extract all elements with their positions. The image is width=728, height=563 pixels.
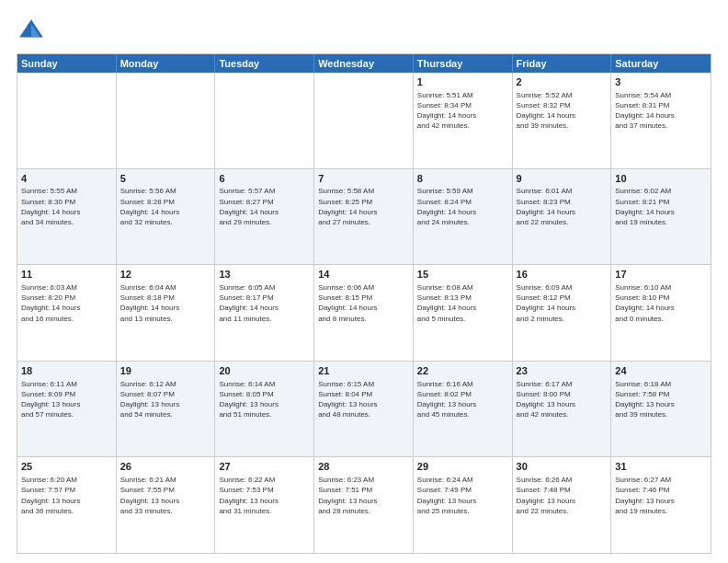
calendar: SundayMondayTuesdayWednesdayThursdayFrid…	[17, 53, 711, 554]
day-6: 6Sunrise: 5:57 AM Sunset: 8:27 PM Daylig…	[215, 169, 314, 265]
day-info: Sunrise: 6:26 AM Sunset: 7:48 PM Dayligh…	[517, 475, 608, 516]
day-23: 23Sunrise: 6:17 AM Sunset: 8:00 PM Dayli…	[513, 362, 612, 457]
day-info: Sunrise: 6:08 AM Sunset: 8:13 PM Dayligh…	[417, 282, 508, 324]
day-number: 17	[615, 268, 707, 282]
svg-marker-1	[31, 24, 40, 37]
day-number: 6	[219, 172, 310, 186]
day-4: 4Sunrise: 5:55 AM Sunset: 8:30 PM Daylig…	[17, 169, 117, 265]
day-info: Sunrise: 6:04 AM Sunset: 8:18 PM Dayligh…	[120, 282, 211, 324]
day-22: 22Sunrise: 6:16 AM Sunset: 8:02 PM Dayli…	[414, 362, 513, 457]
empty-cell	[215, 73, 314, 168]
day-17: 17Sunrise: 6:10 AM Sunset: 8:10 PM Dayli…	[611, 265, 711, 361]
day-27: 27Sunrise: 6:22 AM Sunset: 7:53 PM Dayli…	[215, 457, 314, 553]
day-info: Sunrise: 5:55 AM Sunset: 8:30 PM Dayligh…	[21, 186, 112, 227]
day-number: 11	[21, 268, 112, 282]
day-10: 10Sunrise: 6:02 AM Sunset: 8:21 PM Dayli…	[611, 169, 711, 265]
header-day-thursday: Thursday	[414, 54, 513, 73]
day-number: 21	[318, 364, 409, 378]
day-number: 31	[615, 460, 707, 474]
calendar-header: SundayMondayTuesdayWednesdayThursdayFrid…	[17, 54, 711, 73]
day-info: Sunrise: 5:59 AM Sunset: 8:24 PM Dayligh…	[417, 186, 508, 227]
day-info: Sunrise: 5:56 AM Sunset: 8:28 PM Dayligh…	[120, 186, 211, 227]
logo	[17, 17, 50, 46]
day-number: 19	[120, 364, 211, 378]
day-number: 29	[417, 460, 508, 474]
day-info: Sunrise: 6:09 AM Sunset: 8:12 PM Dayligh…	[517, 282, 608, 324]
day-number: 7	[318, 172, 409, 186]
calendar-row-4: 25Sunrise: 6:20 AM Sunset: 7:57 PM Dayli…	[17, 456, 711, 553]
day-info: Sunrise: 6:15 AM Sunset: 8:04 PM Dayligh…	[318, 379, 409, 420]
day-21: 21Sunrise: 6:15 AM Sunset: 8:04 PM Dayli…	[314, 362, 414, 457]
day-info: Sunrise: 6:22 AM Sunset: 7:53 PM Dayligh…	[219, 475, 310, 516]
day-number: 8	[417, 172, 508, 186]
day-info: Sunrise: 5:54 AM Sunset: 8:31 PM Dayligh…	[615, 90, 707, 132]
day-number: 14	[318, 268, 409, 282]
day-19: 19Sunrise: 6:12 AM Sunset: 8:07 PM Dayli…	[117, 362, 216, 457]
day-number: 4	[21, 172, 112, 186]
day-number: 22	[417, 364, 508, 378]
day-info: Sunrise: 5:52 AM Sunset: 8:32 PM Dayligh…	[517, 90, 608, 132]
header-day-wednesday: Wednesday	[314, 54, 414, 73]
day-number: 10	[615, 172, 707, 186]
day-29: 29Sunrise: 6:24 AM Sunset: 7:49 PM Dayli…	[414, 457, 513, 553]
day-number: 3	[615, 75, 707, 89]
day-3: 3Sunrise: 5:54 AM Sunset: 8:31 PM Daylig…	[611, 73, 711, 168]
empty-cell	[17, 73, 117, 168]
day-info: Sunrise: 5:58 AM Sunset: 8:25 PM Dayligh…	[318, 186, 409, 227]
day-info: Sunrise: 6:27 AM Sunset: 7:46 PM Dayligh…	[615, 475, 707, 516]
day-info: Sunrise: 5:57 AM Sunset: 8:27 PM Dayligh…	[219, 186, 310, 227]
day-28: 28Sunrise: 6:23 AM Sunset: 7:51 PM Dayli…	[314, 457, 414, 553]
day-2: 2Sunrise: 5:52 AM Sunset: 8:32 PM Daylig…	[513, 73, 612, 168]
day-number: 13	[219, 268, 310, 282]
header-day-saturday: Saturday	[611, 54, 711, 73]
day-14: 14Sunrise: 6:06 AM Sunset: 8:15 PM Dayli…	[314, 265, 414, 361]
day-number: 18	[21, 364, 112, 378]
day-number: 9	[517, 172, 608, 186]
day-16: 16Sunrise: 6:09 AM Sunset: 8:12 PM Dayli…	[513, 265, 612, 361]
day-info: Sunrise: 6:03 AM Sunset: 8:20 PM Dayligh…	[21, 282, 112, 324]
day-info: Sunrise: 6:12 AM Sunset: 8:07 PM Dayligh…	[120, 379, 211, 420]
day-25: 25Sunrise: 6:20 AM Sunset: 7:57 PM Dayli…	[17, 457, 117, 553]
header	[17, 17, 711, 46]
calendar-row-1: 4Sunrise: 5:55 AM Sunset: 8:30 PM Daylig…	[17, 168, 711, 265]
day-info: Sunrise: 6:16 AM Sunset: 8:02 PM Dayligh…	[417, 379, 508, 420]
day-13: 13Sunrise: 6:05 AM Sunset: 8:17 PM Dayli…	[215, 265, 314, 361]
day-info: Sunrise: 6:05 AM Sunset: 8:17 PM Dayligh…	[219, 282, 310, 324]
day-number: 27	[219, 460, 310, 474]
day-15: 15Sunrise: 6:08 AM Sunset: 8:13 PM Dayli…	[414, 265, 513, 361]
empty-cell	[117, 73, 216, 168]
day-info: Sunrise: 6:21 AM Sunset: 7:55 PM Dayligh…	[120, 475, 211, 516]
day-info: Sunrise: 6:18 AM Sunset: 7:58 PM Dayligh…	[615, 379, 707, 420]
day-24: 24Sunrise: 6:18 AM Sunset: 7:58 PM Dayli…	[611, 362, 711, 457]
day-8: 8Sunrise: 5:59 AM Sunset: 8:24 PM Daylig…	[414, 169, 513, 265]
day-18: 18Sunrise: 6:11 AM Sunset: 8:09 PM Dayli…	[17, 362, 117, 457]
day-number: 23	[517, 364, 608, 378]
day-number: 20	[219, 364, 310, 378]
day-30: 30Sunrise: 6:26 AM Sunset: 7:48 PM Dayli…	[513, 457, 612, 553]
header-day-friday: Friday	[513, 54, 612, 73]
day-number: 12	[120, 268, 211, 282]
header-day-sunday: Sunday	[17, 54, 117, 73]
day-info: Sunrise: 6:14 AM Sunset: 8:05 PM Dayligh…	[219, 379, 310, 420]
calendar-body: 1Sunrise: 5:51 AM Sunset: 8:34 PM Daylig…	[17, 73, 711, 553]
day-number: 30	[517, 460, 608, 474]
day-7: 7Sunrise: 5:58 AM Sunset: 8:25 PM Daylig…	[314, 169, 414, 265]
day-12: 12Sunrise: 6:04 AM Sunset: 8:18 PM Dayli…	[117, 265, 216, 361]
day-info: Sunrise: 6:17 AM Sunset: 8:00 PM Dayligh…	[517, 379, 608, 420]
day-info: Sunrise: 6:20 AM Sunset: 7:57 PM Dayligh…	[21, 475, 112, 516]
day-info: Sunrise: 6:10 AM Sunset: 8:10 PM Dayligh…	[615, 282, 707, 324]
day-info: Sunrise: 5:51 AM Sunset: 8:34 PM Dayligh…	[417, 90, 508, 132]
day-number: 28	[318, 460, 409, 474]
day-info: Sunrise: 6:02 AM Sunset: 8:21 PM Dayligh…	[615, 186, 707, 227]
day-26: 26Sunrise: 6:21 AM Sunset: 7:55 PM Dayli…	[117, 457, 216, 553]
day-info: Sunrise: 6:23 AM Sunset: 7:51 PM Dayligh…	[318, 475, 409, 516]
day-info: Sunrise: 6:01 AM Sunset: 8:23 PM Dayligh…	[517, 186, 608, 227]
header-day-monday: Monday	[117, 54, 216, 73]
day-number: 16	[517, 268, 608, 282]
calendar-row-3: 18Sunrise: 6:11 AM Sunset: 8:09 PM Dayli…	[17, 361, 711, 457]
day-number: 5	[120, 172, 211, 186]
calendar-row-0: 1Sunrise: 5:51 AM Sunset: 8:34 PM Daylig…	[17, 73, 711, 168]
day-number: 26	[120, 460, 211, 474]
day-31: 31Sunrise: 6:27 AM Sunset: 7:46 PM Dayli…	[611, 457, 711, 553]
day-11: 11Sunrise: 6:03 AM Sunset: 8:20 PM Dayli…	[17, 265, 117, 361]
